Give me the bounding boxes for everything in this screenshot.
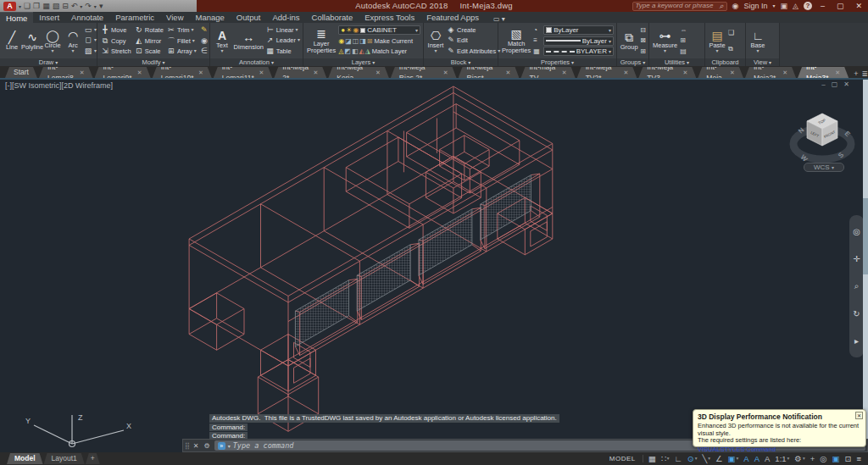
edit-block-button[interactable]: ✎Edit [447,36,500,45]
layer-tool-b-2-icon[interactable]: ◧ [352,47,359,55]
paste-button[interactable]: ▤ Paste ▾ [707,24,727,58]
notification-close-icon[interactable]: ✕ [855,412,863,419]
table-button[interactable]: ▦Table [266,47,300,56]
group-tool-0-icon[interactable]: ⊟ [640,26,646,34]
insert-block-button[interactable]: ⎔ Insert ▾ [426,24,446,58]
layer-tool-a-2-icon[interactable]: ◫ [353,37,359,45]
text-caret[interactable]: ▾ [220,49,223,53]
file-tab-close-icon[interactable]: ✕ [198,67,203,78]
array-caret[interactable]: ▾ [194,47,197,56]
file-tab-8[interactable]: Int-Meja Rias*✕ [459,67,520,78]
command-recent-caret-icon[interactable]: ▾ [228,443,231,449]
linear-caret[interactable]: ▾ [295,25,298,35]
file-tab-close-icon[interactable]: ✕ [137,67,142,78]
file-tab-5[interactable]: Int-Meja 2*✕ [274,67,326,78]
leader-caret[interactable]: ▾ [298,36,300,45]
mirror-button[interactable]: ◭Mirror [135,36,164,46]
file-tab-0[interactable]: Start [5,67,37,78]
new-layout-button[interactable]: + [86,453,100,464]
layer-tool-a-0-icon[interactable]: ◉ [338,37,344,45]
vp-restore-icon[interactable]: ▢ [832,80,838,88]
base-button[interactable]: ∟ Base ▾ [748,24,768,58]
file-tab-close-icon[interactable]: ✕ [80,67,85,78]
isodraft-icon-caret[interactable]: ▾ [708,452,710,465]
layer-tool-a-4-icon[interactable]: ⊞ [367,37,373,45]
properties-tool-1-icon[interactable]: ≡ [533,36,542,44]
arc-caret[interactable]: ▾ [71,49,74,53]
pan-icon[interactable]: ✛ [853,254,860,263]
make-current-button[interactable]: ◉◪◫◨⊞ Make Current [338,36,420,46]
file-tab-close-icon[interactable]: ✕ [506,67,511,78]
text-button[interactable]: AText▾ [212,24,232,58]
cad-wireframe-drawing[interactable] [0,80,868,452]
file-tab-12[interactable]: Int-Meja✕ [698,67,743,78]
object-color-dropdown[interactable]: ByLayer ▾ [543,25,614,35]
panel-draw-footer[interactable]: Draw▾ [0,58,97,66]
file-tab-close-icon[interactable]: ✕ [730,67,735,78]
command-grip-handle[interactable]: ⣿ [183,442,191,450]
layer-properties-button[interactable]: ≣ Layer Properties [305,24,337,58]
panel-utilities-footer[interactable]: Utilities▾ [649,58,704,66]
file-tab-2[interactable]: Int-Lemari9*✕ [95,67,151,78]
clipboard-tool-1-icon[interactable]: ⧉ [728,45,734,53]
match-layer-button[interactable]: ◬◩◧◭◮ Match Layer [338,47,420,56]
file-tab-close-icon[interactable]: ✕ [682,67,687,78]
showmotion-icon[interactable]: ▸ [854,336,859,346]
file-tab-close-icon[interactable]: ✕ [835,67,840,78]
properties-tool-0-icon[interactable]: ◔ [533,26,542,34]
vp-close-icon[interactable]: ✕ [843,80,849,88]
graphics-performance-icon[interactable]: ▣ [832,452,840,465]
scale-list-icon-caret[interactable]: ▾ [787,452,790,465]
properties-tool-2-icon[interactable]: ▦ [533,47,542,55]
ribbon-tab-express-tools[interactable]: Express Tools [359,12,420,23]
search-icon[interactable]: ⌕ [720,1,724,11]
ribbon-toggle-icon[interactable]: ▭ ▾ [490,15,509,23]
fillet-button[interactable]: ⌒Fillet▾ [167,36,197,46]
measure-button[interactable]: ⊶ Measure ▾ [651,24,679,58]
layer-dropdown[interactable]: ●☀◉ CABINET ▾ [338,25,420,35]
ortho-icon[interactable]: ∟ [675,452,682,465]
array-button[interactable]: ⊞Array▾ [167,47,197,56]
fillet-caret[interactable]: ▾ [192,36,195,46]
file-tab-overflow-icon[interactable]: ≣ [861,69,868,78]
rectangle-button[interactable]: ▭▾ [84,25,97,35]
panel-view-footer[interactable]: View▾ [746,58,779,66]
polar-tracking-icon-caret[interactable]: ▾ [695,452,698,465]
file-tab-close-icon[interactable]: ✕ [259,67,264,78]
file-tab-1[interactable]: Int-Lemari8✕ [39,67,93,78]
customization-icon[interactable]: ≡ [856,452,861,465]
help-icon[interactable]: ? [804,2,812,10]
circle-caret[interactable]: ▾ [51,49,53,53]
move-button[interactable]: ╋Move [101,25,131,35]
select-similar-button[interactable]: ∈ [200,47,209,56]
file-tab-close-icon[interactable]: ✕ [562,67,567,78]
drawing-area[interactable]: [-][SW Isometric][2D Wireframe] – ▢ ✕ N … [0,80,868,452]
group-tool-2-icon[interactable]: ⊞ [640,47,646,55]
file-tab-close-icon[interactable]: ✕ [313,67,318,78]
annotation-visibility-icon[interactable]: A [743,452,748,465]
utility-tool-0-icon[interactable]: ⇔ [680,26,687,34]
new-drawing-tab-button[interactable]: + [854,69,858,78]
snap-icon-caret[interactable]: ▾ [667,452,670,465]
file-tab-3[interactable]: Int-Lemari10*✕ [153,67,212,78]
osnap-icon-caret[interactable]: ▾ [737,452,739,465]
orbit-icon[interactable]: ↻ [853,309,860,318]
file-tab-close-icon[interactable]: ✕ [782,67,787,78]
workspace-gear-icon[interactable]: ⚙▾ [794,452,804,465]
dimension-button[interactable]: ↔Dimension [232,24,265,58]
file-tab-11[interactable]: Int-Meja TV3✕ [638,67,696,78]
file-tab-10[interactable]: Int-Meja TV2*✕ [577,67,637,78]
file-tab-13[interactable]: Int-Meja2*✕ [745,67,796,78]
file-tab-close-icon[interactable]: ✕ [443,67,448,78]
ribbon-tab-view[interactable]: View [160,12,189,23]
rotate-button[interactable]: ↻Rotate [135,25,164,35]
app-store-icon[interactable]: ▣ [780,1,787,11]
restore-button[interactable]: ▢ [833,2,848,10]
viewcube[interactable]: N E S W TOP LEFT FRONT [783,91,861,173]
annotation-scale-icon[interactable]: A [765,452,770,465]
circle-button[interactable]: ◯Circle▾ [42,24,63,58]
ellipse-button[interactable]: ◻▾ [84,36,97,45]
file-tab-14[interactable]: Int-Meja3*✕ [798,67,849,78]
create-block-button[interactable]: ◈Create [447,25,500,35]
file-tab-4[interactable]: Int-Lemari11*✕ [214,67,273,78]
